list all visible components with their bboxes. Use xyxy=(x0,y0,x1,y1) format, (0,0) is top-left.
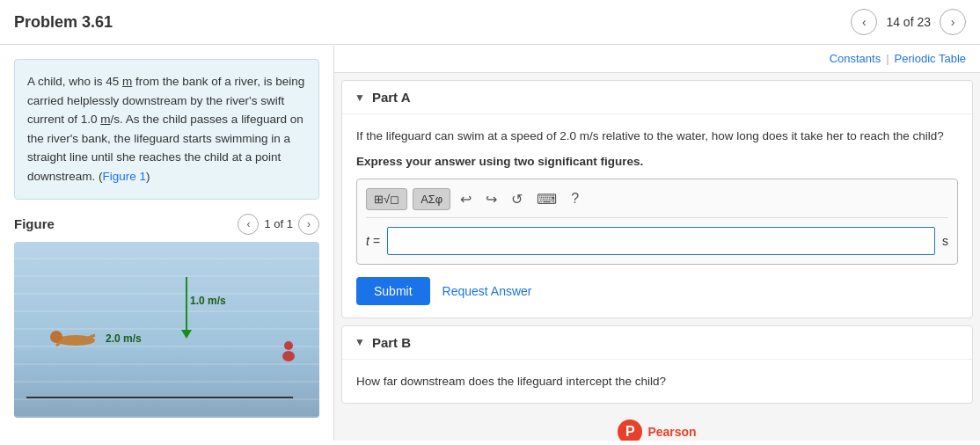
svg-point-5 xyxy=(282,351,295,361)
keyboard-button[interactable]: ⌨ xyxy=(532,189,561,209)
answer-input-field[interactable] xyxy=(387,227,935,255)
action-row: Submit Request Answer xyxy=(356,277,958,305)
part-a-chevron: ▼ xyxy=(355,91,365,104)
reset-button[interactable]: ↺ xyxy=(507,189,527,209)
symbol-button[interactable]: ΑΣφ xyxy=(413,188,450,210)
swimmer-container: 2.0 m/s xyxy=(49,330,142,347)
right-top-bar: Constants | Periodic Table xyxy=(334,45,980,73)
bottom-arrow-container xyxy=(26,391,307,405)
nav-controls: ‹ 14 of 23 › xyxy=(851,9,966,35)
undo-button[interactable]: ↩ xyxy=(456,189,476,209)
figure-title: Figure xyxy=(14,216,55,231)
part-a-question: If the lifeguard can swim at a speed of … xyxy=(356,127,958,146)
answer-input-row: t = s xyxy=(366,227,948,255)
part-b-question: How far downstream does the lifeguard in… xyxy=(356,372,958,391)
constants-link[interactable]: Constants xyxy=(830,52,881,65)
main-layout: A child, who is 45 m from the bank of a … xyxy=(0,45,980,441)
top-bar: Problem 3.61 ‹ 14 of 23 › xyxy=(0,0,980,45)
problem-title: Problem 3.61 xyxy=(14,13,113,32)
part-a-section: ▼ Part A If the lifeguard can swim at a … xyxy=(341,80,973,318)
separator: | xyxy=(886,52,889,65)
bottom-arrow-svg xyxy=(26,392,307,403)
figure-section: Figure ‹ 1 of 1 › 1.0 m/s xyxy=(14,214,319,418)
part-b-body: How far downstream does the lifeguard in… xyxy=(342,360,972,404)
child-container xyxy=(280,341,297,365)
pearson-logo xyxy=(618,419,642,441)
figure-link[interactable]: Figure 1 xyxy=(103,170,147,183)
figure-header: Figure ‹ 1 of 1 › xyxy=(14,214,319,235)
part-a-body: If the lifeguard can swim at a speed of … xyxy=(342,114,972,317)
swim-speed-label: 2.0 m/s xyxy=(106,332,142,345)
part-b-label: Part B xyxy=(372,335,411,350)
answer-unit: s xyxy=(942,234,948,248)
periodic-table-link[interactable]: Periodic Table xyxy=(895,52,966,65)
problem-text-content: A child, who is 45 m from the bank of a … xyxy=(27,75,304,183)
pearson-footer: Pearson xyxy=(334,411,980,441)
current-speed-label: 1.0 m/s xyxy=(190,295,226,307)
page-indicator: 14 of 23 xyxy=(886,15,931,29)
figure-nav: ‹ 1 of 1 › xyxy=(238,214,319,235)
math-input-button[interactable]: ⊞√◻ xyxy=(366,188,407,210)
current-arrow xyxy=(181,277,192,339)
part-b-header[interactable]: ▼ Part B xyxy=(342,326,972,360)
request-answer-link[interactable]: Request Answer xyxy=(442,284,532,298)
figure-next-button[interactable]: › xyxy=(298,214,319,235)
right-panel: Constants | Periodic Table ▼ Part A If t… xyxy=(334,45,980,441)
svg-point-4 xyxy=(284,341,293,350)
part-a-instruction: Express your answer using two significan… xyxy=(356,155,958,168)
pearson-label: Pearson xyxy=(647,425,696,439)
problem-text: A child, who is 45 m from the bank of a … xyxy=(14,59,319,200)
child-svg xyxy=(280,341,297,362)
prev-button[interactable]: ‹ xyxy=(851,9,877,35)
redo-button[interactable]: ↪ xyxy=(481,189,501,209)
answer-variable: t = xyxy=(366,234,380,248)
answer-toolbar: ⊞√◻ ΑΣφ ↩ ↪ ↺ ⌨ ? xyxy=(366,188,948,218)
arrow-head xyxy=(181,330,192,339)
part-a-label: Part A xyxy=(372,90,411,105)
swimmer-svg xyxy=(49,330,102,347)
part-b-chevron: ▼ xyxy=(355,336,365,348)
arrow-line xyxy=(186,277,187,330)
next-button[interactable]: › xyxy=(940,9,966,35)
part-b-section: ▼ Part B How far downstream does the lif… xyxy=(341,325,973,405)
svg-line-3 xyxy=(86,335,95,339)
part-a-header[interactable]: ▼ Part A xyxy=(342,81,972,114)
answer-box: ⊞√◻ ΑΣφ ↩ ↪ ↺ ⌨ ? t = s xyxy=(356,179,958,265)
left-panel: A child, who is 45 m from the bank of a … xyxy=(0,45,334,441)
figure-page: 1 of 1 xyxy=(264,217,293,230)
help-button[interactable]: ? xyxy=(567,189,583,208)
figure-image: 1.0 m/s 2.0 m/s xyxy=(14,242,319,418)
figure-prev-button[interactable]: ‹ xyxy=(238,214,259,235)
submit-button[interactable]: Submit xyxy=(356,277,430,305)
